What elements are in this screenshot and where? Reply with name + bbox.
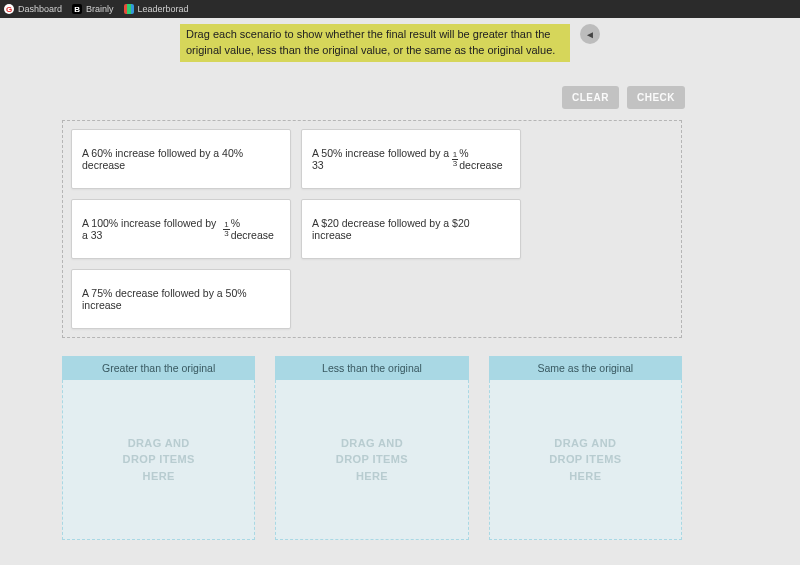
drop-zone-less[interactable]: DRAG ANDDROP ITEMSHERE (275, 380, 468, 540)
scenario-card[interactable]: A 75% decrease followed by a 50% increas… (71, 269, 291, 329)
scenario-cards: A 60% increase followed by a 40% decreas… (71, 129, 673, 329)
bookmark-label: Leaderborad (138, 4, 189, 14)
drop-header: Same as the original (489, 356, 682, 380)
bookmark-label: Dashboard (18, 4, 62, 14)
bookmark-bar: G Dashboard B Brainly Leaderborad (0, 0, 800, 18)
lb-icon (124, 4, 134, 14)
bookmark-dashboard[interactable]: G Dashboard (4, 4, 62, 14)
instructions-text: Drag each scenario to show whether the f… (180, 24, 570, 62)
clear-button[interactable]: CLEAR (562, 86, 619, 109)
bookmark-brainly[interactable]: B Brainly (72, 4, 114, 14)
drop-placeholder: DRAG ANDDROP ITEMSHERE (123, 435, 195, 485)
g-icon: G (4, 4, 14, 14)
instructions-wrap: Drag each scenario to show whether the f… (180, 24, 570, 62)
bookmark-leaderboard[interactable]: Leaderborad (124, 4, 189, 14)
b-icon: B (72, 4, 82, 14)
bookmark-label: Brainly (86, 4, 114, 14)
drop-zone-greater[interactable]: DRAG ANDDROP ITEMSHERE (62, 380, 255, 540)
drop-zones-row: Greater than the original DRAG ANDDROP I… (62, 356, 682, 540)
drop-header: Less than the original (275, 356, 468, 380)
drop-column-less: Less than the original DRAG ANDDROP ITEM… (275, 356, 468, 540)
scenario-card[interactable]: A $20 decrease followed by a $20 increas… (301, 199, 521, 259)
drop-column-greater: Greater than the original DRAG ANDDROP I… (62, 356, 255, 540)
scenario-card[interactable]: A 60% increase followed by a 40% decreas… (71, 129, 291, 189)
controls: CLEAR CHECK (562, 86, 685, 109)
stage: Drag each scenario to show whether the f… (0, 18, 800, 565)
drop-header: Greater than the original (62, 356, 255, 380)
scenario-pool: A 60% increase followed by a 40% decreas… (62, 120, 682, 338)
scenario-card[interactable]: A 50% increase followed by a 3313% decre… (301, 129, 521, 189)
drop-zone-same[interactable]: DRAG ANDDROP ITEMSHERE (489, 380, 682, 540)
audio-button[interactable]: ◄ (580, 24, 600, 44)
audio-icon: ◄ (585, 29, 595, 40)
drop-column-same: Same as the original DRAG ANDDROP ITEMSH… (489, 356, 682, 540)
scenario-card[interactable]: A 100% increase followed by a 3313% decr… (71, 199, 291, 259)
check-button[interactable]: CHECK (627, 86, 685, 109)
drop-placeholder: DRAG ANDDROP ITEMSHERE (549, 435, 621, 485)
drop-placeholder: DRAG ANDDROP ITEMSHERE (336, 435, 408, 485)
